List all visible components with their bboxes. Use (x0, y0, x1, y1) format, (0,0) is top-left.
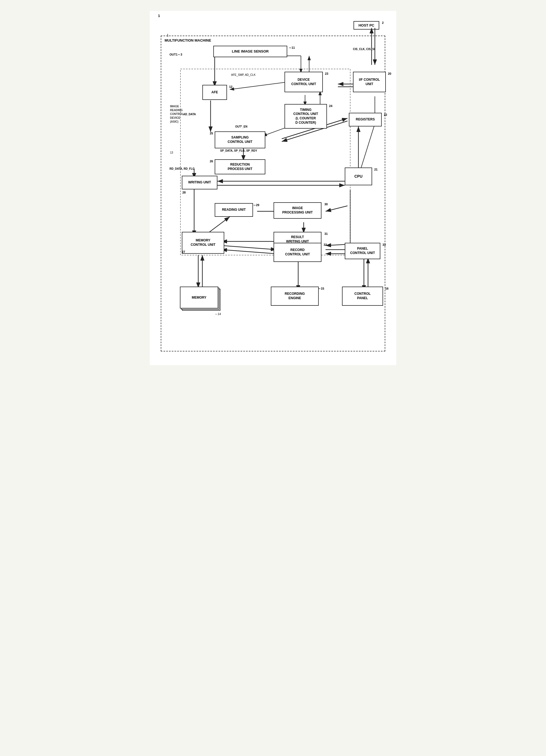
memory-control-block: MEMORYCONTROL UNIT 27 (182, 232, 224, 254)
mem-ref: ～14 (215, 312, 221, 316)
lis-label: LINE IMAGE SENSOR (232, 49, 268, 54)
ifc-ref: 20 (388, 72, 391, 76)
out-en-label: OUT*_EN (235, 125, 247, 128)
rcu-ref: 32 (324, 243, 327, 247)
out1-3-label: OUT1～3 (169, 53, 182, 57)
scu-ref: 25 (210, 131, 213, 135)
afe-block: AFE 12 (202, 85, 227, 100)
host-pc-block: HOST PC 2 (354, 21, 379, 30)
ref-1: 1 (158, 14, 160, 18)
control-panel-block: CONTROLPANEL 16 (342, 287, 383, 306)
scu-label: SAMPLINGCONTROL UNIT (227, 135, 252, 144)
reading-unit-block: READING UNIT ～29 (215, 203, 253, 217)
cp-ref: 16 (385, 287, 389, 290)
panel-control-block: PANELCONTROL UNIT 33 (345, 243, 380, 259)
ru-ref: ～29 (253, 203, 259, 207)
rd-data-label: RD_DATA, RD_FLG (169, 167, 195, 171)
cpu-ref: 21 (374, 168, 378, 171)
rpu-label: REDUCTIONPROCESS UNIT (227, 163, 252, 171)
svg-line-9 (230, 81, 293, 90)
pcu-label: PANELCONTROL UNIT (350, 247, 375, 255)
afe-smp-label: AFE_SMP, AD_CLK (231, 73, 255, 77)
dcu-label: DEVICECONTROL UNIT (292, 78, 316, 86)
host-pc-ref: 2 (382, 21, 384, 24)
rwu-label: RESULTWRITING UNIT (286, 235, 309, 244)
rcu-label: RECORDCONTROL UNIT (285, 248, 310, 256)
svg-line-28 (208, 217, 230, 233)
ru-label: READING UNIT (222, 208, 246, 212)
ref-num-1: 1 (167, 33, 169, 37)
reduction-block: REDUCTIONPROCESS UNIT 26 (215, 159, 265, 174)
cpu-label: CPU (354, 174, 363, 179)
dcu-ref: 23 (325, 72, 328, 76)
diagram: OUT1～3 1 AFE_SMP, AD_CLK AD_DATA CIS_CLK… (167, 42, 397, 343)
cpu-block: CPU 21 (345, 168, 372, 185)
mem-label: MEMORY (192, 296, 206, 299)
afe-label: AFE (211, 90, 218, 95)
wu-ref: 28 (182, 191, 186, 194)
afe-ref: 12 (229, 85, 232, 89)
registers-block: REGISTERS 22 (349, 113, 382, 126)
reg-label: REGISTERS (356, 117, 375, 122)
lis-ref: ～11 (289, 46, 295, 50)
wu-label: WRITING UNIT (188, 180, 211, 185)
re-ref: ～15 (318, 287, 324, 290)
mcu-label: MEMORYCONTROL UNIT (190, 238, 215, 247)
mcu-ref: 27 (182, 250, 185, 254)
host-pc-label: HOST PC (359, 23, 374, 27)
memory-block: MEMORY ～14 (180, 287, 221, 311)
asic-ref: 13 (170, 151, 173, 154)
cp-label: CONTROLPANEL (354, 292, 371, 300)
asic-label: IMAGEREADINGCONTROLDEVICE(ASIC) (170, 105, 183, 124)
writing-unit-block: WRITING UNIT 28 (182, 176, 217, 189)
ifc-label: I/F CONTROLUNIT (359, 78, 380, 86)
tcu-ref: 24 (329, 104, 333, 108)
if-control-block: I/F CONTROLUNIT 20 (353, 72, 386, 92)
line-image-sensor-block: LINE IMAGE SENSOR ～11 (213, 46, 287, 57)
page-container: 1 MULTIFUNCTION MACHINE HOST PC 2 (150, 11, 396, 365)
rpu-ref: 26 (210, 159, 213, 163)
record-control-block: RECORDCONTROL UNIT 32 (274, 243, 322, 262)
sp-data-label: SP_DATA, SP_FLG, SP_RDY (220, 149, 257, 152)
rwu-ref: 31 (325, 232, 328, 236)
ipu-label: IMAGEPROCESSING UNIT (282, 206, 313, 215)
svg-line-26 (326, 206, 348, 211)
ad-data-label: AD_DATA (183, 113, 196, 116)
reg-ref: 22 (384, 113, 387, 117)
cis-clk-label: CIS_CLK, CIS_SI (353, 48, 375, 51)
ipu-ref: 30 (325, 202, 328, 206)
device-control-block: DEVICECONTROL UNIT 23 (285, 72, 323, 92)
tcu-label: TIMINGCONTROL UNIT(L COUNTERD COUNTER) (293, 108, 318, 125)
timing-control-block: TIMINGCONTROL UNIT(L COUNTERD COUNTER) 2… (285, 104, 327, 129)
svg-line-31 (221, 246, 276, 250)
svg-line-32 (221, 250, 276, 254)
pcu-ref: 33 (383, 243, 386, 247)
re-label: RECORDINGENGINE (285, 292, 305, 300)
svg-line-40 (361, 124, 375, 168)
image-processing-block: IMAGEPROCESSING UNIT 30 (274, 202, 322, 219)
sampling-control-block: SAMPLINGCONTROL UNIT 25 (215, 131, 265, 148)
recording-engine-block: RECORDINGENGINE ～15 (271, 287, 319, 306)
